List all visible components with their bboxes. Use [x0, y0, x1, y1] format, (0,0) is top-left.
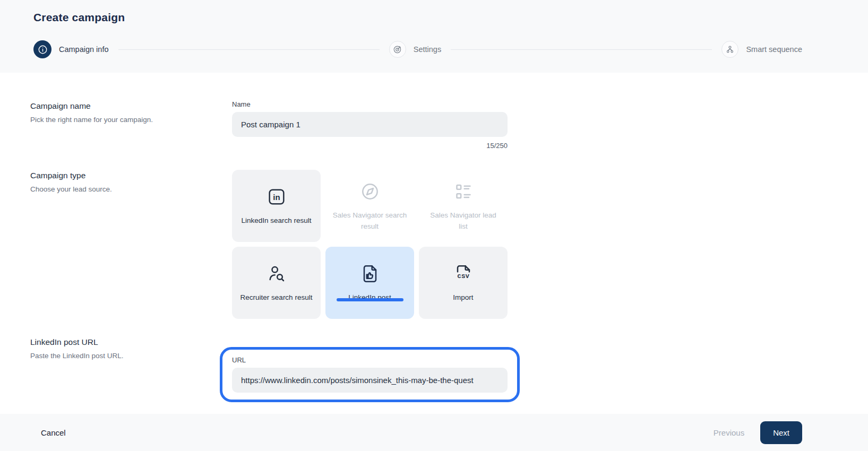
- linkedin-icon: in: [265, 185, 288, 209]
- step-settings[interactable]: Settings: [389, 41, 441, 58]
- tile-import[interactable]: CSV Import: [419, 247, 508, 319]
- tile-recruiter-search-result[interactable]: Recruiter search result: [232, 247, 321, 319]
- svg-text:in: in: [273, 193, 280, 202]
- list-check-icon: [452, 180, 475, 203]
- campaign-name-section: Campaign name Pick the right name for yo…: [30, 100, 868, 150]
- target-icon: [389, 41, 406, 58]
- stepper-divider: [451, 49, 712, 50]
- post-url-input[interactable]: [232, 368, 508, 393]
- campaign-type-title: Campaign type: [30, 171, 232, 180]
- step-campaign-info[interactable]: Campaign info: [33, 40, 109, 58]
- campaign-name-subtitle: Pick the right name for your campaign.: [30, 116, 232, 124]
- page-title: Create campaign: [33, 11, 802, 24]
- tile-label: Import: [453, 292, 473, 303]
- campaign-name-title: Campaign name: [30, 101, 232, 111]
- step-smart-sequence[interactable]: Smart sequence: [721, 41, 802, 58]
- hierarchy-icon: [721, 41, 738, 58]
- next-button[interactable]: Next: [760, 421, 802, 444]
- tile-label: Sales Navigator lead list: [425, 210, 501, 232]
- selected-indicator: [337, 298, 403, 301]
- tile-sales-navigator-lead-list: Sales Navigator lead list: [419, 170, 508, 242]
- step-label: Campaign info: [59, 45, 109, 54]
- tile-label: LinkedIn search result: [241, 215, 311, 226]
- linkedin-post-url-section: LinkedIn post URL Paste the LinkedIn pos…: [30, 336, 868, 402]
- post-url-title: LinkedIn post URL: [30, 337, 232, 347]
- tile-label: Sales Navigator search result: [332, 210, 408, 232]
- footer: Cancel Previous Next: [0, 414, 868, 451]
- info-icon: [33, 40, 51, 58]
- header: Create campaign Campaign info: [0, 0, 868, 73]
- tile-sales-navigator-search-result: Sales Navigator search result: [325, 170, 414, 242]
- tile-linkedin-search-result[interactable]: in LinkedIn search result: [232, 170, 321, 242]
- compass-icon: [358, 180, 382, 203]
- name-field-label: Name: [232, 100, 508, 108]
- person-search-icon: [265, 262, 288, 285]
- csv-file-icon: CSV: [452, 262, 475, 285]
- post-url-subtitle: Paste the LinkedIn post URL.: [30, 352, 232, 360]
- main-content: Campaign name Pick the right name for yo…: [0, 73, 868, 400]
- url-highlight-ring: URL: [220, 347, 520, 402]
- campaign-name-input[interactable]: [232, 112, 508, 137]
- campaign-type-grid: in LinkedIn search result Sales Navigato…: [232, 170, 508, 319]
- campaign-type-section: Campaign type Choose your lead source. i…: [30, 170, 868, 319]
- svg-text:CSV: CSV: [457, 273, 469, 280]
- previous-button[interactable]: Previous: [714, 428, 744, 437]
- url-field-label: URL: [232, 356, 508, 364]
- cancel-button[interactable]: Cancel: [41, 428, 66, 437]
- campaign-type-subtitle: Choose your lead source.: [30, 185, 232, 193]
- stepper: Campaign info Settings: [33, 40, 802, 58]
- post-thumbs-up-icon: [358, 262, 382, 285]
- stepper-divider: [118, 49, 380, 50]
- step-label: Smart sequence: [746, 45, 802, 54]
- char-counter: 15/250: [232, 142, 508, 150]
- tile-linkedin-post[interactable]: LinkedIn post: [325, 247, 414, 319]
- tile-label: Recruiter search result: [240, 292, 313, 303]
- step-label: Settings: [414, 45, 441, 54]
